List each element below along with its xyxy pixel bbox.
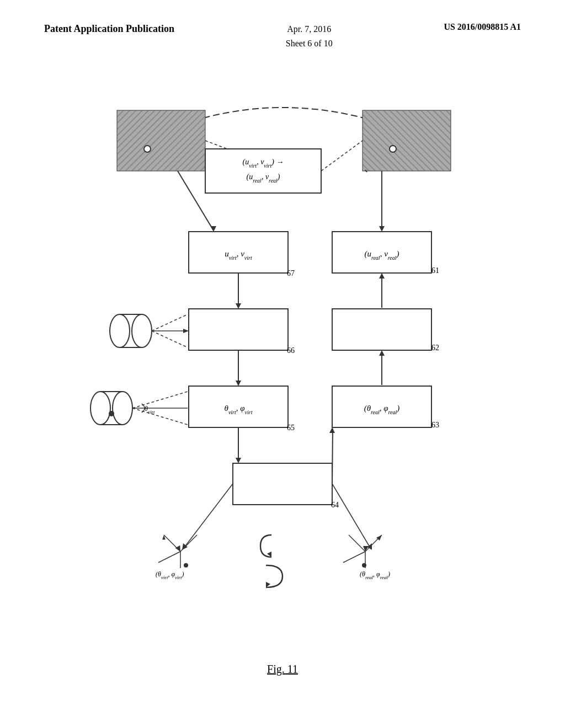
svg-marker-31 <box>236 381 241 386</box>
svg-line-60 <box>132 408 188 425</box>
svg-text:(θreal, φreal): (θreal, φreal) <box>360 570 390 580</box>
svg-text:62: 62 <box>431 344 439 352</box>
svg-marker-64 <box>161 535 167 541</box>
svg-marker-29 <box>236 303 241 309</box>
svg-line-59 <box>132 392 188 408</box>
svg-text:63: 63 <box>431 421 439 429</box>
svg-line-50 <box>152 314 188 331</box>
svg-line-44 <box>205 141 227 149</box>
svg-rect-16 <box>189 309 288 350</box>
svg-marker-43 <box>379 226 385 232</box>
publication-title: Patent Application Publication <box>44 22 174 36</box>
svg-marker-41 <box>211 226 216 232</box>
patent-number: US 2016/0098815 A1 <box>444 22 521 32</box>
svg-rect-26 <box>233 463 332 505</box>
svg-text:67: 67 <box>287 269 295 277</box>
svg-point-5 <box>390 146 396 152</box>
svg-rect-6 <box>205 149 321 193</box>
svg-point-57 <box>113 392 132 425</box>
svg-text:64: 64 <box>331 501 339 509</box>
svg-rect-18 <box>332 309 431 350</box>
svg-line-73 <box>349 535 365 552</box>
svg-point-54 <box>90 392 110 425</box>
svg-line-76 <box>343 552 365 563</box>
svg-line-51 <box>152 331 188 347</box>
svg-line-45 <box>321 141 363 171</box>
svg-line-67 <box>158 552 180 563</box>
svg-marker-33 <box>236 458 241 463</box>
svg-marker-37 <box>379 350 385 356</box>
svg-line-81 <box>183 484 233 549</box>
svg-text:61: 61 <box>431 266 439 275</box>
svg-text:66: 66 <box>287 346 295 355</box>
sheet-info: Sheet 6 of 10 <box>286 39 333 48</box>
svg-rect-1 <box>117 110 205 171</box>
svg-rect-4 <box>363 110 451 171</box>
svg-line-34 <box>332 429 333 484</box>
svg-marker-35 <box>329 427 335 433</box>
page-header: Patent Application Publication Apr. 7, 2… <box>0 22 565 50</box>
svg-marker-53 <box>183 329 189 333</box>
svg-marker-39 <box>379 273 385 279</box>
svg-text:Fig. 11: Fig. 11 <box>267 663 298 676</box>
svg-point-69 <box>184 563 188 568</box>
publication-meta: Apr. 7, 2016 Sheet 6 of 10 <box>286 22 333 50</box>
svg-line-83 <box>332 484 371 549</box>
publication-date: Apr. 7, 2016 <box>287 24 331 34</box>
svg-point-2 <box>144 146 151 152</box>
svg-point-79 <box>362 563 366 568</box>
svg-point-58 <box>109 411 114 416</box>
svg-text:(θvirt, φvirt): (θvirt, φvirt) <box>156 570 184 580</box>
svg-text:65: 65 <box>287 424 295 432</box>
svg-point-49 <box>132 314 152 347</box>
svg-point-46 <box>110 314 130 347</box>
main-diagram: (uvirt, vvirt) → (ureal, vreal) uvirt, v… <box>56 77 509 695</box>
svg-text:θvirt: θvirt <box>145 405 155 415</box>
